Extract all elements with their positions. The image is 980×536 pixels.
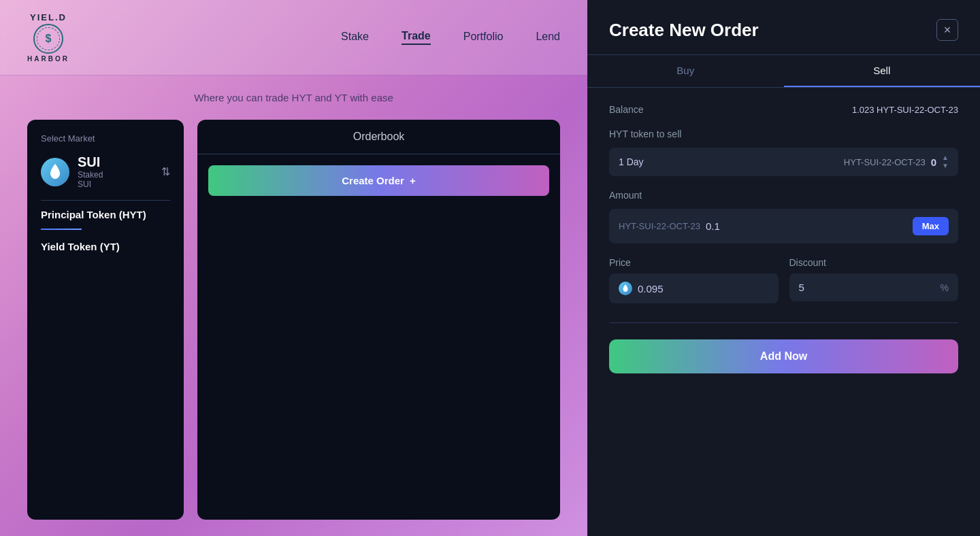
token-code: HYT-SUI-22-OCT-23 — [844, 157, 926, 167]
panel-content: Balance 1.023 HYT-SUI-22-OCT-23 HYT toke… — [587, 88, 980, 536]
market-card: Select Market SUI Staked SUI ⇅ — [27, 120, 184, 520]
add-now-button[interactable]: Add Now — [609, 339, 958, 373]
logo-top-text: YIEL.D — [30, 12, 67, 22]
sui-price-icon — [619, 282, 632, 295]
stepper-down-button[interactable]: ▼ — [942, 163, 949, 169]
amount-value: 0.1 — [706, 220, 907, 232]
tab-sell[interactable]: Sell — [784, 55, 981, 87]
price-discount-row: Price 0.095 Discount 5 % — [609, 257, 958, 303]
orderbook-header: Orderbook — [197, 120, 560, 154]
nav-trade[interactable]: Trade — [402, 30, 431, 45]
price-input-row: 0.095 — [609, 273, 779, 303]
orderbook-area: Orderbook Create Order + — [197, 120, 560, 520]
main-content: Where you can trade HYT and YT with ease… — [0, 76, 587, 536]
market-name: SUI — [78, 154, 153, 170]
order-tabs: Buy Sell — [587, 55, 980, 88]
discount-section: Discount 5 % — [789, 257, 959, 303]
balance-value: 1.023 HYT-SUI-22-OCT-23 — [852, 105, 958, 115]
logo: YIEL.D $ HARBOR — [27, 12, 69, 63]
close-icon: × — [944, 23, 951, 37]
tab-buy[interactable]: Buy — [587, 55, 784, 87]
logo-dollar: $ — [45, 33, 51, 45]
token-stepper[interactable]: ▲ ▼ — [942, 154, 949, 169]
market-divider — [41, 200, 170, 201]
price-label: Price — [609, 257, 779, 268]
token1-label: Principal Token (HYT) — [41, 209, 170, 220]
nav-portfolio[interactable]: Portfolio — [463, 31, 504, 44]
token-code-row: HYT-SUI-22-OCT-23 0 ▲ ▼ — [844, 154, 949, 169]
chevron-updown-icon[interactable]: ⇅ — [161, 165, 170, 178]
price-value: 0.095 — [638, 283, 664, 295]
close-button[interactable]: × — [936, 19, 958, 41]
market-item[interactable]: SUI Staked SUI ⇅ — [41, 154, 170, 189]
market-info: SUI Staked SUI — [78, 154, 153, 189]
create-order-label: Create Order — [342, 175, 404, 186]
amount-section: Amount HYT-SUI-22-OCT-23 0.1 Max — [609, 190, 958, 244]
percent-sign: % — [941, 282, 949, 293]
amount-input-row: HYT-SUI-22-OCT-23 0.1 Max — [609, 209, 958, 244]
panel-header: Create New Order × — [587, 0, 980, 55]
nav-lend[interactable]: Lend — [536, 31, 560, 44]
token-day: 1 Day — [619, 156, 644, 167]
max-button[interactable]: Max — [913, 217, 949, 235]
market-sub1: Staked — [78, 170, 153, 180]
content-row: Select Market SUI Staked SUI ⇅ — [27, 120, 560, 520]
stepper-up-button[interactable]: ▲ — [942, 154, 949, 161]
amount-label: Amount — [609, 190, 958, 201]
create-order-plus-icon: + — [410, 175, 416, 186]
token2-label: Yield Token (YT) — [41, 241, 170, 252]
balance-label: Balance — [609, 104, 644, 115]
discount-label: Discount — [789, 257, 959, 268]
discount-input-row: 5 % — [789, 273, 959, 301]
market-sub2: SUI — [78, 180, 153, 189]
token-selector[interactable]: 1 Day HYT-SUI-22-OCT-23 0 ▲ ▼ — [609, 148, 958, 176]
logo-bottom-text: HARBOR — [27, 55, 69, 63]
header: YIEL.D $ HARBOR Stake Trade Portfolio Le… — [0, 0, 587, 75]
token1-underline — [41, 229, 82, 230]
price-section: Price 0.095 — [609, 257, 779, 303]
market-card-label: Select Market — [41, 133, 170, 144]
balance-row: Balance 1.023 HYT-SUI-22-OCT-23 — [609, 104, 958, 115]
hyt-section-label: HYT token to sell — [609, 129, 958, 139]
orderbook-title: Orderbook — [353, 131, 405, 143]
sui-icon — [41, 158, 69, 186]
create-order-button[interactable]: Create Order + — [208, 165, 549, 196]
discount-value: 5 — [799, 282, 935, 293]
panel-title: Create New Order — [609, 20, 759, 41]
panel-divider — [609, 322, 958, 323]
token-amount: 0 — [931, 156, 936, 168]
amount-token-label: HYT-SUI-22-OCT-23 — [619, 221, 700, 231]
tagline: Where you can trade HYT and YT with ease — [27, 92, 560, 103]
main-nav: Stake Trade Portfolio Lend — [341, 30, 560, 45]
token1-container: Principal Token (HYT) — [41, 209, 170, 230]
nav-stake[interactable]: Stake — [341, 31, 369, 44]
right-panel: Create New Order × Buy Sell Balance 1.02… — [587, 0, 980, 536]
logo-circle: $ — [33, 24, 63, 54]
